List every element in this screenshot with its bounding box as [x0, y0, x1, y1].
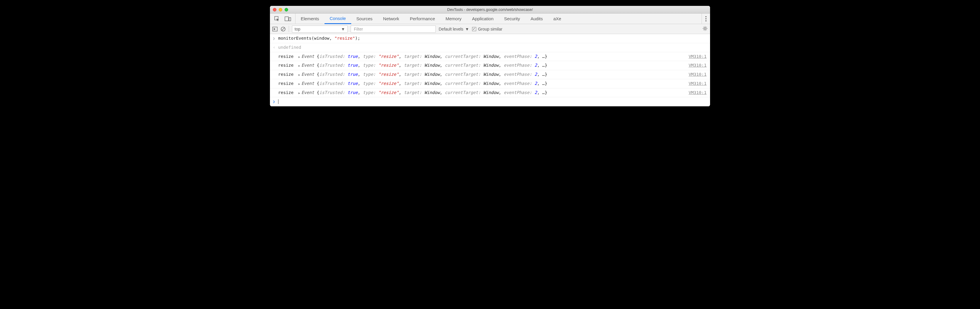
- toolbar-divider: [289, 26, 289, 32]
- expand-icon[interactable]: [298, 90, 300, 96]
- devtools-window: DevTools - developers.google.com/web/sho…: [270, 6, 710, 106]
- titlebar[interactable]: DevTools - developers.google.com/web/sho…: [270, 6, 710, 13]
- expand-icon[interactable]: [298, 71, 300, 78]
- console-log-row: resize Event {isTrusted: true, type: "re…: [270, 61, 710, 70]
- inspect-toggle-group: [270, 13, 296, 24]
- log-content[interactable]: resize Event {isTrusted: true, type: "re…: [278, 90, 684, 96]
- svg-rect-1: [285, 17, 288, 21]
- execution-context-label: top: [294, 27, 300, 31]
- log-levels-select[interactable]: Default levels ▼: [439, 27, 469, 31]
- traffic-lights: [273, 8, 288, 11]
- source-link[interactable]: VM310:1: [684, 53, 706, 60]
- toggle-sidebar-icon[interactable]: [272, 27, 278, 31]
- console-log-row: resize Event {isTrusted: true, type: "re…: [270, 52, 710, 61]
- group-similar-checkbox[interactable]: ✓ Group similar: [472, 27, 502, 31]
- svg-line-12: [706, 30, 707, 30]
- source-link[interactable]: VM310:1: [684, 90, 706, 96]
- console-result-text: undefined: [278, 44, 706, 51]
- console-output: monitorEvents(window, "resize"); undefin…: [270, 34, 710, 106]
- console-result-row: undefined: [270, 43, 710, 52]
- svg-line-11: [703, 27, 704, 27]
- group-similar-label: Group similar: [478, 27, 502, 31]
- expand-icon[interactable]: [298, 53, 300, 60]
- console-log-row: resize Event {isTrusted: true, type: "re…: [270, 88, 710, 98]
- panel-tabs: ElementsConsoleSourcesNetworkPerformance…: [296, 13, 566, 24]
- svg-point-6: [704, 27, 706, 29]
- console-log-row: resize Event {isTrusted: true, type: "re…: [270, 79, 710, 88]
- source-link[interactable]: VM310:1: [684, 80, 706, 87]
- console-toolbar: top ▼ Default levels ▼ ✓ Group similar: [270, 24, 710, 34]
- log-content[interactable]: resize Event {isTrusted: true, type: "re…: [278, 62, 684, 69]
- chevron-down-icon: ▼: [465, 27, 469, 31]
- svg-line-13: [703, 30, 704, 30]
- console-prompt-row[interactable]: [270, 97, 710, 106]
- source-link[interactable]: VM310:1: [684, 71, 706, 78]
- svg-rect-2: [289, 18, 291, 21]
- tab-elements[interactable]: Elements: [296, 13, 325, 24]
- tabbar-right: [702, 13, 710, 24]
- zoom-window-button[interactable]: [285, 8, 288, 11]
- svg-line-14: [706, 27, 707, 27]
- chevron-down-icon: ▼: [341, 27, 345, 31]
- tab-memory[interactable]: Memory: [441, 13, 467, 24]
- tab-axe[interactable]: aXe: [548, 13, 566, 24]
- kebab-menu-icon[interactable]: [705, 16, 706, 21]
- console-input-text[interactable]: monitorEvents(window, "resize");: [278, 35, 706, 42]
- window-title: DevTools - developers.google.com/web/sho…: [270, 7, 710, 12]
- tab-security[interactable]: Security: [499, 13, 525, 24]
- execution-context-select[interactable]: top ▼: [292, 26, 348, 33]
- tab-network[interactable]: Network: [378, 13, 405, 24]
- log-content[interactable]: resize Event {isTrusted: true, type: "re…: [278, 80, 684, 87]
- log-levels-label: Default levels: [439, 27, 463, 31]
- prompt-active-icon: [273, 98, 278, 105]
- console-settings-icon[interactable]: [702, 26, 708, 32]
- tab-audits[interactable]: Audits: [525, 13, 548, 24]
- console-prompt-input[interactable]: [278, 98, 706, 105]
- svg-line-5: [282, 27, 285, 30]
- close-window-button[interactable]: [273, 8, 277, 11]
- tab-performance[interactable]: Performance: [405, 13, 441, 24]
- tab-application[interactable]: Application: [467, 13, 499, 24]
- console-filter-input[interactable]: [351, 26, 436, 33]
- console-input-row: monitorEvents(window, "resize");: [270, 34, 710, 43]
- prompt-out-icon: [273, 44, 278, 51]
- minimize-window-button[interactable]: [279, 8, 282, 11]
- prompt-in-icon: [273, 35, 278, 42]
- checkbox-box: ✓: [472, 27, 476, 31]
- tab-console[interactable]: Console: [325, 13, 351, 24]
- inspect-element-icon[interactable]: [274, 16, 280, 22]
- tab-sources[interactable]: Sources: [351, 13, 378, 24]
- log-content[interactable]: resize Event {isTrusted: true, type: "re…: [278, 53, 684, 60]
- device-toolbar-icon[interactable]: [285, 16, 291, 22]
- panel-tabbar: ElementsConsoleSourcesNetworkPerformance…: [270, 13, 710, 24]
- console-log-row: resize Event {isTrusted: true, type: "re…: [270, 70, 710, 79]
- expand-icon[interactable]: [298, 80, 300, 87]
- clear-console-icon[interactable]: [280, 26, 286, 32]
- log-content[interactable]: resize Event {isTrusted: true, type: "re…: [278, 71, 684, 78]
- expand-icon[interactable]: [298, 62, 300, 69]
- source-link[interactable]: VM310:1: [684, 62, 706, 69]
